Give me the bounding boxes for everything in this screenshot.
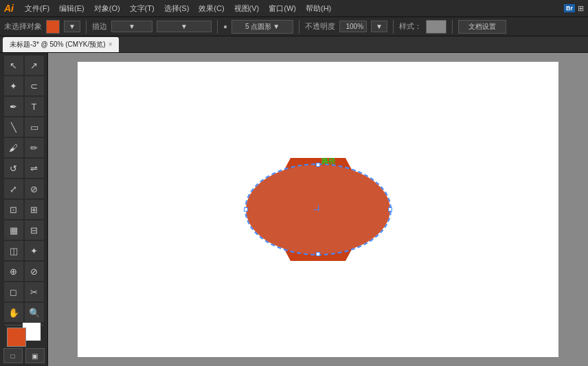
free-transform-tool[interactable]: ⊡ bbox=[4, 200, 23, 219]
brush-dropdown-btn[interactable]: 5 点圆形 ▼ bbox=[231, 20, 293, 34]
menu-help[interactable]: 帮助(H) bbox=[302, 2, 335, 15]
separator-1 bbox=[86, 20, 87, 34]
no-selection-label: 未选择对象 bbox=[4, 21, 42, 32]
tool-row-7: ⤢ ⊘ bbox=[4, 179, 44, 198]
mask-mode-btn[interactable]: ▣ bbox=[25, 348, 45, 363]
title-bar: Ai 文件(F) 编辑(E) 对象(O) 文字(T) 选择(S) 效果(C) 视… bbox=[0, 0, 588, 17]
menu-object[interactable]: 对象(O) bbox=[90, 2, 124, 15]
hand-tool[interactable]: ✋ bbox=[4, 303, 23, 322]
doc-tab-label: 未标题-3* @ 50% (CMYK/预览) bbox=[10, 40, 106, 49]
brush-dropdown-wrapper: 5 点圆形 ▼ bbox=[231, 20, 293, 34]
toolbox: ↖ ↗ ✦ ⊂ ✒ T ╲ ▭ 🖌 ✏ ↺ ⇌ ⤢ ⊘ ⊡ ⊞ bbox=[0, 53, 48, 366]
eyedropper-tool[interactable]: ✦ bbox=[25, 241, 44, 260]
doc-settings-btn[interactable]: 文档设置 bbox=[458, 20, 506, 34]
rotate-tool[interactable]: ↺ bbox=[4, 159, 23, 178]
scissors-tool[interactable]: ✂ bbox=[25, 282, 44, 301]
foreground-color-swatch[interactable] bbox=[7, 328, 26, 347]
line-tool[interactable]: ╲ bbox=[4, 117, 23, 137]
gradient-tool[interactable]: ◫ bbox=[4, 241, 23, 260]
toolbox-colors: ■ ⇄ bbox=[7, 328, 41, 341]
menu-select[interactable]: 选择(S) bbox=[160, 2, 194, 15]
tool-row-5: 🖌 ✏ bbox=[4, 138, 44, 157]
scale-tool[interactable]: ⤢ bbox=[4, 179, 23, 198]
main: ↖ ↗ ✦ ⊂ ✒ T ╲ ▭ 🖌 ✏ ↺ ⇌ ⤢ ⊘ ⊡ ⊞ bbox=[0, 53, 588, 366]
slice-tool[interactable]: ⊘ bbox=[25, 262, 44, 281]
menu-window[interactable]: 窗口(W) bbox=[264, 2, 300, 15]
type-tool[interactable]: T bbox=[25, 97, 44, 116]
doc-tab[interactable]: 未标题-3* @ 50% (CMYK/预览) × bbox=[3, 37, 119, 52]
reflect-tool[interactable]: ⇌ bbox=[25, 159, 44, 178]
magic-wand-tool[interactable]: ✦ bbox=[4, 76, 23, 95]
canvas-area[interactable]: 路径 bbox=[48, 53, 588, 366]
stroke-dropdown-wrapper: ▼ bbox=[111, 21, 152, 32]
canvas: 路径 bbox=[78, 62, 558, 357]
tool-row-4: ╲ ▭ bbox=[4, 117, 44, 137]
fill-dropdown-btn[interactable]: ▼ bbox=[64, 21, 80, 32]
direct-select-tool[interactable]: ↗ bbox=[25, 56, 44, 75]
dot-icon: ● bbox=[223, 23, 227, 30]
style-label: 样式： bbox=[399, 21, 422, 32]
lasso-tool[interactable]: ⊂ bbox=[25, 76, 44, 95]
ai-logo: Ai bbox=[4, 3, 14, 14]
separator-4 bbox=[393, 20, 394, 34]
opacity-input[interactable] bbox=[339, 21, 367, 32]
graph-tool[interactable]: ▦ bbox=[4, 220, 23, 240]
menu-view[interactable]: 视图(V) bbox=[230, 2, 264, 15]
tool-row-13: ✋ 🔍 bbox=[4, 303, 44, 322]
tool-row-2: ✦ ⊂ bbox=[4, 76, 44, 95]
tool-row-1: ↖ ↗ bbox=[4, 56, 44, 75]
fill-color-swatch[interactable] bbox=[46, 20, 60, 34]
tool-row-9: ▦ ⊟ bbox=[4, 220, 44, 240]
separator-3 bbox=[299, 20, 299, 34]
shape-tool[interactable]: ▭ bbox=[25, 117, 44, 137]
stroke-dropdown-btn[interactable]: ▼ bbox=[111, 21, 152, 32]
br-badge[interactable]: Br bbox=[564, 4, 575, 12]
menu-type[interactable]: 文字(T) bbox=[126, 2, 159, 15]
mesh-tool[interactable]: ⊟ bbox=[25, 220, 44, 240]
tab-bar: 未标题-3* @ 50% (CMYK/预览) × bbox=[0, 36, 588, 53]
stroke-size-dropdown-btn[interactable]: ▼ bbox=[157, 21, 212, 32]
title-right: Br ⊞ bbox=[564, 4, 584, 13]
tab-close-btn[interactable]: × bbox=[109, 41, 113, 48]
select-tool[interactable]: ↖ bbox=[4, 56, 23, 75]
tool-row-11: ⊕ ⊘ bbox=[4, 262, 44, 281]
anchor-bottom bbox=[316, 252, 320, 256]
opacity-dropdown-wrapper: ▼ bbox=[371, 21, 387, 32]
separator-2 bbox=[217, 20, 218, 34]
opacity-dropdown-btn[interactable]: ▼ bbox=[371, 21, 387, 32]
menu-file[interactable]: 文件(F) bbox=[21, 2, 54, 15]
tool-row-6: ↺ ⇌ bbox=[4, 159, 44, 178]
symbol-tool[interactable]: ⊞ bbox=[25, 200, 44, 219]
zoom-tool[interactable]: 🔍 bbox=[25, 303, 44, 322]
artwork: 路径 bbox=[242, 151, 394, 268]
stroke-size-dropdown-wrapper: ▼ bbox=[157, 21, 212, 32]
opacity-label: 不透明度 bbox=[305, 21, 335, 32]
paintbrush-tool[interactable]: 🖌 bbox=[4, 138, 23, 157]
tool-row-3: ✒ T bbox=[4, 97, 44, 116]
toolbox-bottom: □ ▣ bbox=[3, 348, 45, 363]
pencil-tool[interactable]: ✏ bbox=[25, 138, 44, 157]
separator-5 bbox=[452, 20, 453, 34]
blend-tool[interactable]: ⊕ bbox=[4, 262, 23, 281]
anchor-right bbox=[388, 207, 392, 211]
layout-icon: ⊞ bbox=[578, 4, 584, 13]
options-bar: 未选择对象 ▼ 描边 ▼ ▼ ● 5 点圆形 ▼ 不透明度 ▼ 样式： 文档设置 bbox=[0, 17, 588, 36]
tool-row-12: ◻ ✂ bbox=[4, 282, 44, 301]
center-crosshair bbox=[317, 208, 319, 211]
menu-edit[interactable]: 编辑(E) bbox=[55, 2, 89, 15]
anchor-top bbox=[316, 163, 320, 167]
stroke-label: 描边 bbox=[92, 21, 107, 32]
shear-tool[interactable]: ⊘ bbox=[25, 179, 44, 198]
anchor-left bbox=[244, 207, 248, 211]
menu-effect[interactable]: 效果(C) bbox=[194, 2, 228, 15]
eraser-tool[interactable]: ◻ bbox=[4, 282, 23, 301]
tool-row-10: ◫ ✦ bbox=[4, 241, 44, 260]
path-label: 路径 bbox=[321, 157, 335, 166]
tool-row-8: ⊡ ⊞ bbox=[4, 200, 44, 219]
fill-dropdown-wrapper: ▼ bbox=[64, 21, 80, 32]
title-menu: 文件(F) 编辑(E) 对象(O) 文字(T) 选择(S) 效果(C) 视图(V… bbox=[21, 2, 335, 15]
style-swatch[interactable] bbox=[426, 20, 446, 34]
pen-tool[interactable]: ✒ bbox=[4, 97, 23, 116]
normal-mode-btn[interactable]: □ bbox=[3, 348, 23, 363]
